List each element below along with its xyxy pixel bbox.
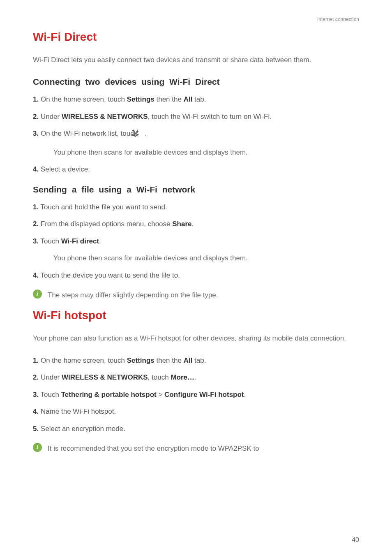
step-number: 1. [33, 95, 39, 103]
step-text: Touch the device you want to send the fi… [39, 271, 180, 279]
step-text: then the [154, 357, 184, 364]
step-text: Touch [39, 391, 61, 398]
step-text: . [194, 373, 196, 381]
page-number: 40 [352, 536, 359, 544]
step-item: 1. On the home screen, touch Settings th… [33, 94, 359, 105]
ui-label: Configure Wi-Fi hotspot [164, 391, 244, 398]
step-text: . [192, 220, 194, 228]
step-text: tab. [192, 357, 206, 364]
step-item: 2. From the displayed options menu, choo… [33, 219, 359, 229]
step-text: Touch and hold the file you want to send… [39, 203, 167, 211]
step-number: 5. [33, 425, 39, 433]
step-number: 3. [33, 391, 39, 398]
step-item: 4. Touch the device you want to send the… [33, 270, 359, 281]
step-text: , touch [148, 373, 171, 381]
info-note: i The steps may differ slightly dependin… [33, 290, 359, 301]
step-number: 2. [33, 373, 39, 381]
step-number: 4. [33, 271, 39, 279]
header-category: Internet connection [33, 16, 359, 22]
step-item: 3. On the Wi-Fi network list, touch . [33, 128, 359, 141]
step-text: On the Wi-Fi network list, touch [39, 130, 140, 137]
step-item: 3. Touch Wi-Fi direct. [33, 236, 359, 247]
ui-label: All [184, 357, 193, 364]
ui-label: Settings [127, 95, 154, 103]
step-text: On the home screen, touch [39, 95, 127, 103]
step-number: 3. [33, 237, 39, 245]
svg-point-0 [134, 136, 136, 137]
ui-label: Wi-Fi direct [61, 237, 99, 245]
note-text: The steps may differ slightly depending … [48, 290, 218, 301]
step-text: Touch [39, 237, 61, 245]
step-text: > [157, 391, 164, 398]
info-note: i It is recommended that you set the enc… [33, 443, 359, 454]
step-number: 2. [33, 220, 39, 228]
info-icon: i [33, 443, 42, 452]
step-text: . [99, 237, 101, 245]
ui-label: Tethering & portable hotspot [61, 391, 157, 398]
step-item: 4. Name the Wi-Fi hotspot. [33, 406, 359, 417]
step-text: Select an encryption mode. [39, 425, 125, 433]
step-text: tab. [192, 95, 206, 103]
step-number: 2. [33, 113, 39, 120]
ui-label: Share [172, 220, 191, 228]
step-number: 3. [33, 130, 39, 137]
step-item: 5. Select an encryption mode. [33, 424, 359, 434]
step-item: 1. Touch and hold the file you want to s… [33, 202, 359, 213]
ui-label: All [184, 95, 193, 103]
step-number: 1. [33, 203, 39, 211]
step-text: Under [39, 373, 62, 381]
step-text: Under [39, 113, 62, 120]
info-icon: i [33, 290, 42, 299]
ui-label: More… [171, 373, 194, 381]
step-text: Select a device. [39, 165, 90, 173]
step-item: 3. Touch Tethering & portable hotspot > … [33, 389, 359, 400]
page-container: Internet connection Wi-Fi Direct Wi-Fi D… [0, 0, 392, 556]
step-item: 1. On the home screen, touch Settings th… [33, 355, 359, 366]
note-text: It is recommended that you set the encry… [48, 443, 259, 454]
step-text: From the displayed options menu, choose [39, 220, 172, 228]
ui-label: Settings [127, 357, 154, 364]
step-substep: You phone then scans for available devic… [33, 147, 359, 158]
step-item: 2. Under WIRELESS & NETWORKS, touch More… [33, 372, 359, 383]
step-substep: You phone then scans for available devic… [33, 253, 359, 264]
step-item: 2. Under WIRELESS & NETWORKS, touch the … [33, 111, 359, 122]
section-heading-wifi-direct: Wi-Fi Direct [33, 30, 359, 44]
section-heading-wifi-hotspot: Wi-Fi hotspot [33, 309, 359, 322]
step-number: 4. [33, 408, 39, 415]
step-number: 1. [33, 357, 39, 364]
section-intro: Wi-Fi Direct lets you easily connect two… [33, 54, 359, 65]
step-text: . [143, 130, 147, 137]
step-text: On the home screen, touch [39, 357, 127, 364]
step-number: 4. [33, 165, 39, 173]
step-text: , touch the Wi-Fi switch to turn on Wi-F… [148, 113, 272, 120]
step-item: 4. Select a device. [33, 164, 359, 175]
ui-label: WIRELESS & NETWORKS [62, 373, 148, 381]
subheading-sending: Sending a file using a Wi-Fi network [33, 185, 359, 195]
ui-label: WIRELESS & NETWORKS [62, 113, 148, 120]
section-intro: Your phone can also function as a Wi-Fi … [33, 333, 359, 344]
step-text: Name the Wi-Fi hotspot. [39, 408, 116, 415]
step-text: . [244, 391, 246, 398]
step-text: then the [154, 95, 184, 103]
subheading-connecting: Connecting two devices using Wi-Fi Direc… [33, 77, 359, 87]
